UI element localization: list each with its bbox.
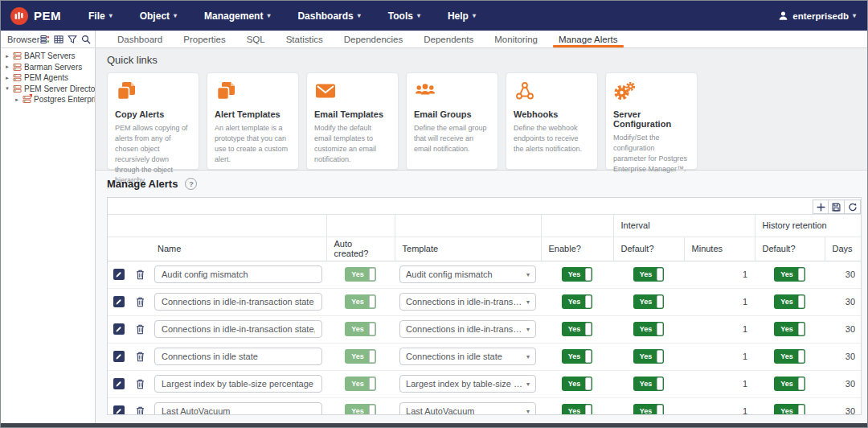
filter-icon[interactable] bbox=[68, 35, 77, 44]
auto-created-toggle[interactable]: Yes bbox=[345, 294, 376, 309]
menu-tools[interactable]: Tools▾ bbox=[388, 10, 420, 22]
alert-name-input[interactable] bbox=[154, 375, 322, 393]
tab-monitoring[interactable]: Monitoring bbox=[484, 31, 548, 47]
delete-row-button[interactable] bbox=[136, 352, 145, 362]
menu-file[interactable]: File▾ bbox=[88, 10, 113, 22]
trash-icon bbox=[136, 352, 145, 362]
tab-properties[interactable]: Properties bbox=[173, 31, 235, 47]
card-webhooks[interactable]: Webhooks Define the webhook endpoints to… bbox=[506, 72, 598, 170]
interval-default-toggle[interactable]: Yes bbox=[633, 404, 665, 415]
tab-manage-alerts[interactable]: Manage Alerts bbox=[548, 31, 628, 47]
edit-row-button[interactable] bbox=[113, 323, 125, 335]
card-server-configuration[interactable]: Server Configuration Modify/Set the conf… bbox=[605, 72, 698, 170]
delete-row-button[interactable] bbox=[136, 270, 145, 280]
enable-toggle[interactable]: Yes bbox=[562, 294, 593, 309]
menu-help[interactable]: Help▾ bbox=[448, 10, 476, 22]
enable-toggle[interactable]: Yes bbox=[562, 322, 593, 336]
template-select[interactable]: Connections in idle-in-transaction state… bbox=[399, 320, 536, 338]
object-explorer-icon[interactable] bbox=[40, 35, 50, 44]
interval-default-toggle[interactable]: Yes bbox=[633, 349, 665, 364]
minutes-value[interactable]: 1 bbox=[684, 397, 755, 415]
add-row-button[interactable] bbox=[813, 200, 829, 214]
history-default-toggle[interactable]: Yes bbox=[774, 404, 805, 415]
alert-name-input[interactable] bbox=[154, 348, 322, 365]
menu-object[interactable]: Object▾ bbox=[140, 10, 177, 22]
delete-row-button[interactable] bbox=[136, 379, 145, 389]
tab-sql[interactable]: SQL bbox=[236, 31, 276, 47]
brand[interactable]: PEM bbox=[10, 7, 61, 25]
help-icon[interactable]: ? bbox=[185, 178, 197, 190]
edit-row-button[interactable] bbox=[113, 296, 125, 307]
refresh-button[interactable] bbox=[845, 200, 861, 214]
auto-created-toggle[interactable]: Yes bbox=[345, 377, 376, 391]
days-value[interactable]: 30 bbox=[825, 370, 862, 397]
auto-created-toggle[interactable]: Yes bbox=[345, 322, 376, 336]
alert-name-input[interactable] bbox=[154, 320, 322, 338]
history-default-toggle[interactable]: Yes bbox=[774, 267, 805, 282]
save-button[interactable] bbox=[829, 200, 845, 214]
grid-view-icon[interactable] bbox=[54, 35, 63, 44]
pencil-icon bbox=[115, 408, 122, 415]
edit-row-button[interactable] bbox=[113, 351, 125, 362]
auto-created-toggle[interactable]: Yes bbox=[345, 349, 376, 364]
tree-item-pem-server-directory[interactable]: ▾ PEM Server Directory (1) bbox=[1, 84, 95, 95]
minutes-value[interactable]: 1 bbox=[684, 370, 755, 397]
interval-default-toggle[interactable]: Yes bbox=[633, 267, 665, 282]
top-navbar: PEM File▾ Object▾ Management▾ Dashboards… bbox=[1, 1, 867, 31]
delete-row-button[interactable] bbox=[136, 324, 145, 335]
interval-default-toggle[interactable]: Yes bbox=[633, 322, 665, 336]
enable-toggle[interactable]: Yes bbox=[562, 349, 593, 364]
interval-default-toggle[interactable]: Yes bbox=[633, 294, 665, 309]
tree-item-postgres-enterprise-manager[interactable]: ▸ Postgres Enterprise Man bbox=[1, 94, 95, 105]
auto-created-toggle[interactable]: Yes bbox=[345, 404, 376, 415]
tab-statistics[interactable]: Statistics bbox=[276, 31, 334, 47]
tab-dashboard[interactable]: Dashboard bbox=[107, 31, 173, 47]
days-value[interactable]: 30 bbox=[825, 261, 862, 288]
tree-item-barman-servers[interactable]: ▸ Barman Servers bbox=[1, 62, 95, 73]
menu-management[interactable]: Management▾ bbox=[204, 10, 270, 22]
template-select[interactable]: Connections in idle state▾ bbox=[399, 348, 536, 365]
enable-toggle[interactable]: Yes bbox=[562, 404, 593, 415]
days-value[interactable]: 30 bbox=[825, 343, 862, 370]
days-value[interactable]: 30 bbox=[825, 315, 862, 343]
template-select[interactable]: Audit config mismatch▾ bbox=[399, 265, 536, 283]
days-value[interactable]: 30 bbox=[825, 397, 862, 415]
card-copy-alerts[interactable]: Copy Alerts PEM allows copying of alerts… bbox=[107, 72, 199, 170]
template-select[interactable]: Last AutoVacuum▾ bbox=[399, 402, 536, 415]
chevron-right-icon: ▸ bbox=[4, 53, 10, 60]
edit-row-button[interactable] bbox=[113, 405, 125, 415]
history-default-toggle[interactable]: Yes bbox=[774, 377, 805, 391]
user-menu[interactable]: enterprisedb ▾ bbox=[778, 10, 856, 21]
card-email-templates[interactable]: Email Templates Modify the default email… bbox=[306, 72, 399, 170]
alert-name-input[interactable] bbox=[154, 293, 322, 311]
search-icon[interactable] bbox=[81, 35, 91, 44]
tab-dependents[interactable]: Dependents bbox=[413, 31, 484, 47]
tab-dependencies[interactable]: Dependencies bbox=[334, 31, 414, 47]
delete-row-button[interactable] bbox=[136, 406, 145, 416]
minutes-value[interactable]: 1 bbox=[684, 261, 755, 288]
card-alert-templates[interactable]: Alert Templates An alert template is a p… bbox=[207, 72, 299, 170]
history-default-toggle[interactable]: Yes bbox=[774, 294, 805, 309]
alert-name-input[interactable] bbox=[154, 265, 322, 283]
minutes-value[interactable]: 1 bbox=[684, 315, 755, 343]
interval-default-toggle[interactable]: Yes bbox=[633, 377, 665, 391]
template-select[interactable]: Largest index by table-size percentage▾ bbox=[399, 375, 536, 393]
menu-dashboards[interactable]: Dashboards▾ bbox=[297, 10, 360, 22]
delete-row-button[interactable] bbox=[136, 297, 145, 307]
card-email-groups[interactable]: Email Groups Define the email group that… bbox=[406, 72, 498, 170]
minutes-value[interactable]: 1 bbox=[684, 288, 755, 315]
days-value[interactable]: 30 bbox=[825, 288, 862, 315]
tree-item-bart-servers[interactable]: ▸ BART Servers bbox=[1, 51, 95, 62]
history-default-toggle[interactable]: Yes bbox=[774, 322, 805, 336]
history-default-toggle[interactable]: Yes bbox=[774, 349, 805, 364]
auto-created-toggle[interactable]: Yes bbox=[345, 267, 376, 282]
template-select[interactable]: Connections in idle-in-transaction state… bbox=[399, 293, 536, 311]
edit-row-button[interactable] bbox=[113, 269, 125, 280]
alert-name-input[interactable] bbox=[154, 402, 322, 415]
edit-row-button[interactable] bbox=[113, 378, 125, 389]
table-row: Yes Audit config mismatch▾ Yes Yes 1 Yes… bbox=[108, 261, 862, 288]
enable-toggle[interactable]: Yes bbox=[562, 377, 593, 391]
tree-item-pem-agents[interactable]: ▸ PEM Agents bbox=[1, 72, 95, 84]
minutes-value[interactable]: 1 bbox=[684, 343, 755, 370]
enable-toggle[interactable]: Yes bbox=[562, 267, 593, 282]
